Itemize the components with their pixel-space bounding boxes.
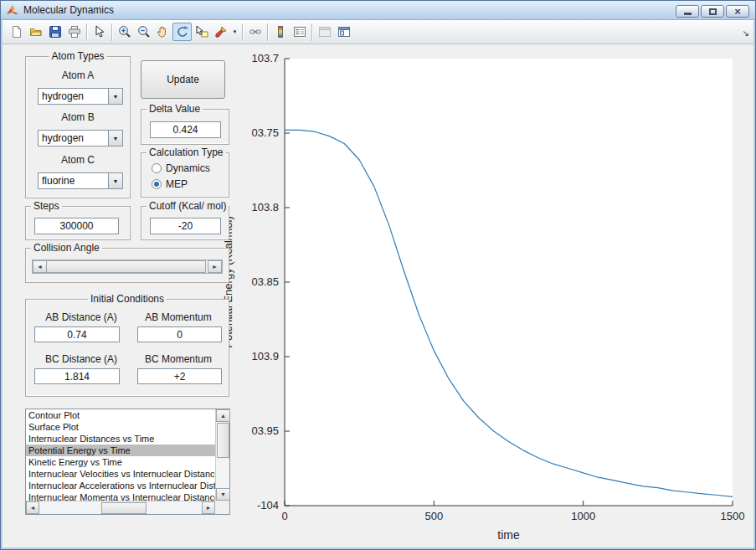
hide-plot-tools-icon bbox=[318, 25, 332, 39]
atom-b-select[interactable]: hydrogen ▼ bbox=[38, 130, 123, 146]
ab-momentum-input[interactable] bbox=[137, 326, 222, 342]
horizontal-scrollbar[interactable]: ◄ ► bbox=[26, 501, 215, 514]
bc-momentum-input[interactable] bbox=[137, 368, 222, 384]
plot-type-list-items: Contour Plot Surface Plot Internuclear D… bbox=[26, 409, 215, 501]
list-item[interactable]: Internuclear Distances vs Time bbox=[26, 433, 215, 445]
scroll-up-arrow-icon[interactable]: ▲ bbox=[216, 409, 230, 422]
save-icon bbox=[49, 25, 62, 39]
scroll-left-arrow-icon[interactable]: ◄ bbox=[26, 501, 39, 514]
data-cursor-icon bbox=[195, 25, 208, 39]
brush-dropdown-arrow-icon[interactable]: ▼ bbox=[230, 23, 239, 41]
scroll-right-arrow-icon[interactable]: ► bbox=[202, 501, 215, 514]
list-item[interactable]: Kinetic Energy vs Time bbox=[26, 456, 215, 468]
vertical-scroll-thumb[interactable] bbox=[217, 423, 229, 458]
x-tick-label: 0 bbox=[281, 510, 287, 522]
radio-mep[interactable]: MEP bbox=[152, 178, 188, 190]
atom-a-select[interactable]: hydrogen ▼ bbox=[38, 88, 123, 105]
y-tick-label: -103.75 bbox=[251, 126, 279, 139]
print-figure-button[interactable] bbox=[64, 23, 84, 41]
cutoff-title: Cutoff (Kcal/ mol) bbox=[147, 200, 229, 212]
slider-right-arrow-icon[interactable]: ► bbox=[208, 260, 222, 273]
update-button[interactable]: Update bbox=[141, 60, 225, 99]
list-item[interactable]: Surface Plot bbox=[26, 421, 215, 433]
slider-thumb[interactable] bbox=[47, 260, 206, 273]
delta-value-input[interactable] bbox=[150, 121, 221, 138]
close-button[interactable]: × bbox=[726, 5, 749, 18]
rotate-3d-button[interactable] bbox=[172, 23, 192, 41]
close-icon: × bbox=[734, 8, 741, 16]
data-cursor-button[interactable] bbox=[192, 23, 211, 41]
initial-conditions-panel: Initial Conditions AB Distance (A) AB Mo… bbox=[25, 299, 229, 397]
initial-conditions-title: Initial Conditions bbox=[88, 293, 167, 305]
toolbar-separator bbox=[86, 23, 87, 41]
cursor-arrow-icon bbox=[93, 25, 106, 39]
new-figure-button[interactable] bbox=[7, 23, 26, 41]
calculation-type-title: Calculation Type bbox=[147, 146, 226, 158]
bc-distance-label: BC Distance (A) bbox=[34, 353, 128, 365]
save-figure-button[interactable] bbox=[45, 23, 64, 41]
dropdown-arrow-icon[interactable]: ▼ bbox=[108, 131, 122, 146]
atom-a-label: Atom A bbox=[26, 69, 130, 81]
atom-c-value: fluorine bbox=[39, 173, 108, 188]
maximize-button[interactable] bbox=[701, 5, 724, 18]
list-item[interactable]: Internuclear Momenta vs Internuclear Dis… bbox=[26, 491, 215, 501]
collision-angle-panel: Collision Angle ◄ ► bbox=[25, 248, 229, 283]
plot-type-listbox[interactable]: Contour Plot Surface Plot Internuclear D… bbox=[25, 409, 230, 515]
zoom-out-button[interactable] bbox=[134, 23, 153, 41]
minimize-icon bbox=[684, 13, 692, 15]
brush-icon bbox=[214, 25, 228, 39]
axes-plot[interactable]: 050010001500-104-103.95-103.9-103.85-103… bbox=[251, 49, 753, 547]
delta-value-panel: Delta Value bbox=[141, 109, 229, 145]
ab-distance-label: AB Distance (A) bbox=[34, 311, 128, 323]
radio-dynamics-label: Dynamics bbox=[166, 162, 210, 174]
maximize-icon bbox=[709, 8, 717, 15]
vertical-scrollbar[interactable]: ▲ ▼ bbox=[215, 409, 229, 501]
show-plot-tools-dock-button[interactable] bbox=[334, 23, 353, 41]
steps-title: Steps bbox=[31, 200, 62, 212]
edit-plot-button[interactable] bbox=[90, 23, 109, 41]
horizontal-scroll-thumb[interactable] bbox=[101, 502, 147, 514]
list-item[interactable]: Potential Energy vs Time bbox=[26, 445, 215, 456]
zoom-in-button[interactable] bbox=[115, 23, 134, 41]
dropdown-arrow-icon[interactable]: ▼ bbox=[108, 89, 122, 104]
legend-icon bbox=[293, 25, 306, 39]
plot-area[interactable] bbox=[285, 59, 733, 506]
steps-input[interactable] bbox=[34, 218, 119, 234]
bc-distance-input[interactable] bbox=[34, 368, 120, 384]
insert-colorbar-button[interactable] bbox=[270, 23, 290, 41]
insert-legend-button[interactable] bbox=[290, 23, 309, 41]
pan-button[interactable] bbox=[153, 23, 172, 41]
brush-data-button[interactable] bbox=[211, 23, 230, 41]
zoom-in-icon bbox=[118, 25, 131, 39]
radio-circle-icon bbox=[152, 163, 162, 173]
dropdown-arrow-icon[interactable]: ▼ bbox=[108, 173, 122, 188]
hide-plot-tools-button[interactable] bbox=[315, 23, 334, 41]
minimize-button[interactable] bbox=[676, 5, 699, 18]
list-item[interactable]: Contour Plot bbox=[26, 409, 215, 421]
slider-left-arrow-icon[interactable]: ◄ bbox=[33, 260, 47, 273]
link-plot-button[interactable] bbox=[245, 23, 265, 41]
x-tick-label: 1000 bbox=[571, 510, 595, 522]
collision-angle-slider[interactable]: ◄ ► bbox=[32, 260, 223, 274]
window-title: Molecular Dynamics bbox=[23, 4, 114, 16]
y-tick-label: -103.7 bbox=[251, 52, 279, 64]
radio-dynamics[interactable]: Dynamics bbox=[152, 162, 210, 174]
list-item[interactable]: Internuclear Velocities vs Internuclear … bbox=[26, 468, 215, 480]
scroll-down-arrow-icon[interactable]: ▼ bbox=[216, 488, 230, 501]
pan-hand-icon bbox=[157, 25, 170, 39]
print-icon bbox=[68, 25, 81, 39]
rotate-3d-icon bbox=[176, 25, 189, 39]
toolbar-overflow-icon[interactable]: ↘ bbox=[743, 28, 749, 38]
bc-momentum-label: BC Momentum bbox=[135, 353, 222, 365]
cutoff-input[interactable] bbox=[150, 218, 221, 234]
calculation-type-panel: Calculation Type Dynamics MEP bbox=[141, 152, 229, 198]
ab-distance-input[interactable] bbox=[34, 326, 120, 342]
atom-c-select[interactable]: fluorine ▼ bbox=[38, 172, 123, 189]
toolbar-separator bbox=[267, 23, 268, 41]
atom-types-panel: Atom Types Atom A hydrogen ▼ Atom B hydr… bbox=[25, 56, 131, 198]
list-item[interactable]: Internuclear Accelerations vs Internucle… bbox=[26, 480, 215, 491]
delta-value-title: Delta Value bbox=[147, 103, 203, 115]
toolbar-separator bbox=[311, 23, 312, 41]
titlebar[interactable]: Molecular Dynamics × bbox=[1, 1, 755, 20]
open-file-button[interactable] bbox=[26, 23, 45, 41]
